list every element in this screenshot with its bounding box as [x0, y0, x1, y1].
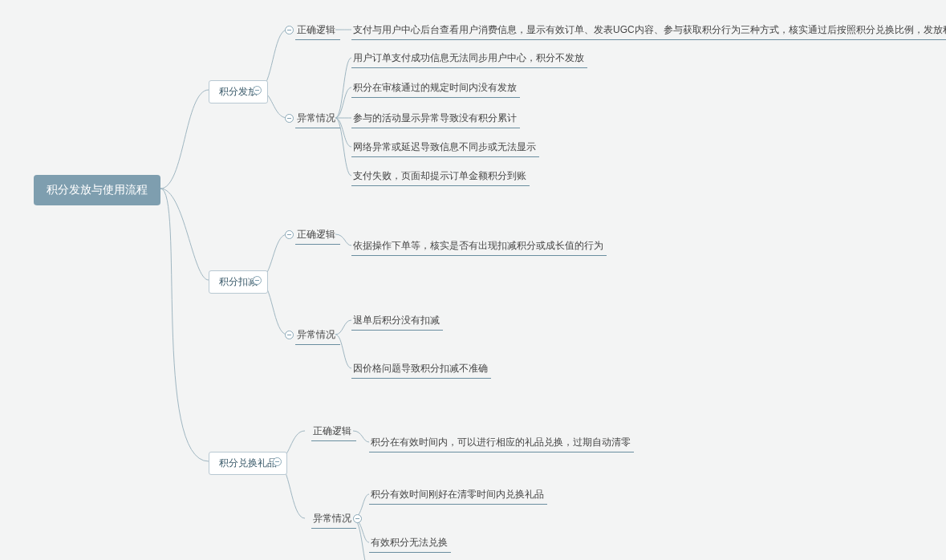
- collapse-icon[interactable]: [285, 230, 294, 239]
- sub-node-exception[interactable]: 异常情况: [311, 510, 356, 529]
- root-node[interactable]: 积分发放与使用流程: [34, 175, 160, 205]
- collapse-icon[interactable]: [273, 457, 282, 466]
- collapse-icon[interactable]: [285, 331, 294, 339]
- sub-node-correct[interactable]: 正确逻辑: [295, 226, 340, 245]
- leaf-node[interactable]: 积分在有效时间内，可以进行相应的礼品兑换，过期自动清零: [369, 434, 634, 452]
- leaf-node[interactable]: 依据操作下单等，核实是否有出现扣减积分或成长值的行为: [351, 237, 607, 256]
- leaf-node[interactable]: 用户订单支付成功信息无法同步用户中心，积分不发放: [351, 50, 587, 68]
- sub-node-exception[interactable]: 异常情况: [295, 327, 340, 345]
- leaf-node[interactable]: 支付失败，页面却提示订单金额积分到账: [351, 168, 530, 186]
- sub-node-exception[interactable]: 异常情况: [295, 110, 340, 128]
- sub-node-correct[interactable]: 正确逻辑: [295, 22, 340, 40]
- collapse-icon[interactable]: [285, 26, 294, 34]
- collapse-icon[interactable]: [285, 114, 294, 123]
- leaf-node[interactable]: 退单后积分没有扣减: [351, 312, 443, 331]
- leaf-node[interactable]: 积分在审核通过的规定时间内没有发放: [351, 79, 520, 98]
- collapse-icon[interactable]: [253, 276, 262, 285]
- leaf-node[interactable]: 支付与用户中心后台查看用户消费信息，显示有效订单、发表UGC内容、参与获取积分行…: [351, 22, 946, 40]
- leaf-node[interactable]: 网络异常或延迟导致信息不同步或无法显示: [351, 139, 539, 157]
- leaf-node[interactable]: 参与的活动显示异常导致没有积分累计: [351, 110, 520, 128]
- leaf-node[interactable]: 有效积分无法兑换: [369, 534, 451, 553]
- collapse-icon[interactable]: [253, 86, 262, 95]
- sub-node-correct[interactable]: 正确逻辑: [311, 423, 356, 441]
- leaf-node[interactable]: 积分有效时间刚好在清零时间内兑换礼品: [369, 486, 547, 505]
- leaf-node[interactable]: 因价格问题导致积分扣减不准确: [351, 360, 491, 379]
- collapse-icon[interactable]: [353, 514, 362, 523]
